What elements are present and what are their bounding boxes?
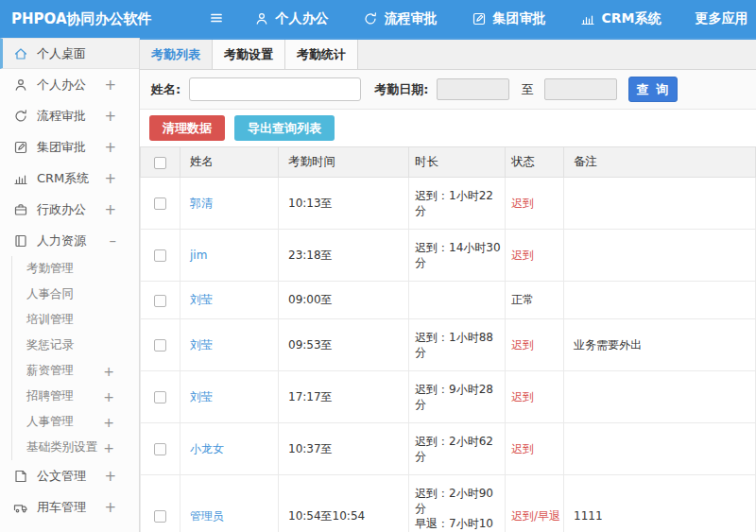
status-text: 迟到 [506, 178, 564, 230]
menu-toggle-button[interactable] [209, 10, 226, 27]
col-header-time: 考勤时间 [279, 147, 409, 178]
topbar: PHPOA协同办公软件 个人办公 流程审批 集团审批 CRM系统 更多应用 [0, 0, 756, 38]
topnav-personal-office[interactable]: 个人办公 [254, 10, 329, 27]
attendance-time: 09:00至 [279, 282, 409, 319]
duration-text: 迟到：1小时88分 [415, 330, 503, 360]
search-form: 姓名: 考勤日期: 至 查 询 [140, 70, 756, 110]
sidebar-item-document-management[interactable]: 公文管理 + [0, 460, 139, 491]
row-checkbox[interactable] [154, 443, 166, 455]
attendance-table: 姓名 考勤时间 时长 状态 备注 郭清 10:13至 迟到：1小时22分 迟到 [140, 146, 756, 532]
topnav-group-approval[interactable]: 集团审批 [472, 10, 546, 27]
clean-data-button[interactable]: 清理数据 [149, 115, 225, 141]
expand-plus-icon[interactable]: + [104, 499, 116, 516]
col-header-name: 姓名 [180, 147, 279, 178]
sidebar-subitem-label: 人事合同 [26, 286, 74, 302]
topnav-label: 流程审批 [385, 10, 438, 27]
row-checkbox[interactable] [154, 510, 166, 523]
topnav-more-apps[interactable]: 更多应用 [696, 10, 756, 27]
expand-plus-icon[interactable]: + [104, 108, 116, 125]
attendance-time: 10:13至 [279, 178, 409, 230]
note-text [564, 230, 756, 282]
expand-plus-icon[interactable]: + [103, 440, 114, 455]
sidebar-subitem-recruitment-management[interactable]: 招聘管理 + [12, 384, 139, 409]
employee-name-link[interactable]: 郭清 [190, 197, 213, 210]
sidebar-item-group-approval[interactable]: 集团审批 + [0, 131, 139, 163]
row-checkbox[interactable] [154, 197, 166, 210]
expand-plus-icon[interactable]: + [104, 170, 116, 187]
table-actions: 清理数据 导出查询列表 [140, 110, 756, 146]
expand-plus-icon[interactable]: + [104, 201, 116, 218]
select-all-checkbox[interactable] [154, 157, 166, 169]
date-from-input[interactable] [437, 78, 509, 100]
sidebar-item-personal-office[interactable]: 个人办公 + [0, 69, 139, 100]
employee-name-link[interactable]: 小龙女 [190, 442, 224, 455]
expand-plus-icon[interactable]: + [104, 139, 116, 156]
sidebar-subitem-hr-contract[interactable]: 人事合同 [12, 282, 139, 307]
employee-name-link[interactable]: 管理员 [190, 509, 224, 523]
col-header-note: 备注 [564, 147, 756, 178]
sidebar-item-admin-office[interactable]: 行政办公 + [0, 194, 139, 225]
topnav-label: 集团审批 [493, 10, 546, 27]
note-text [564, 371, 756, 423]
query-button[interactable]: 查 询 [628, 77, 678, 102]
status-text: 正常 [506, 282, 564, 319]
employee-name-link[interactable]: 刘莹 [190, 390, 213, 403]
sidebar-subitem-attendance-management[interactable]: 考勤管理 [12, 256, 139, 282]
col-header-duration: 时长 [409, 147, 506, 178]
attendance-time: 10:37至 [279, 423, 409, 475]
topnav-label: 更多应用 [696, 10, 748, 27]
expand-plus-icon[interactable]: + [104, 77, 116, 94]
briefcase-icon [13, 202, 28, 217]
expand-plus-icon[interactable]: + [103, 389, 114, 404]
employee-name-link[interactable]: 刘莹 [190, 338, 213, 352]
row-checkbox[interactable] [154, 249, 166, 262]
topnav-workflow-approval[interactable]: 流程审批 [363, 10, 438, 27]
status-text: 迟到 [506, 230, 564, 282]
collapse-minus-icon[interactable]: – [110, 232, 117, 249]
tab-attendance-settings[interactable]: 考勤设置 [213, 40, 285, 69]
tab-attendance-list[interactable]: 考勤列表 [140, 40, 213, 69]
row-checkbox[interactable] [154, 391, 166, 403]
sidebar-subitem-training-management[interactable]: 培训管理 [12, 307, 139, 333]
date-to-input[interactable] [544, 78, 617, 100]
note-text: 业务需要外出 [564, 319, 756, 371]
expand-plus-icon[interactable]: + [104, 468, 116, 485]
name-input[interactable] [189, 77, 361, 101]
attendance-time: 10:54至10:54 [279, 475, 409, 532]
topnav-crm-system[interactable]: CRM系统 [580, 10, 662, 27]
expand-plus-icon[interactable]: + [103, 364, 114, 379]
sidebar-item-human-resources[interactable]: 人力资源 – [0, 225, 139, 256]
edit-icon [13, 140, 28, 155]
hamburger-icon [209, 10, 226, 27]
tab-attendance-statistics[interactable]: 考勤统计 [285, 40, 358, 69]
attendance-time: 09:53至 [279, 319, 409, 371]
sidebar-subitem-label: 奖惩记录 [26, 337, 74, 353]
expand-plus-icon[interactable]: + [103, 415, 114, 430]
sidebar-subitem-label: 人事管理 [26, 414, 74, 430]
duration-text: 早退：7小时10分 [415, 516, 503, 532]
topnav-label: 个人办公 [276, 10, 329, 27]
person-icon [13, 77, 28, 93]
table-row: 刘莹 09:00至 正常 [141, 282, 756, 319]
sidebar-item-crm-system[interactable]: CRM系统 + [0, 163, 139, 194]
table-header-row: 姓名 考勤时间 时长 状态 备注 [141, 147, 756, 178]
sidebar-item-workflow-approval[interactable]: 流程审批 + [0, 100, 139, 131]
row-checkbox[interactable] [154, 295, 166, 307]
table-row: 郭清 10:13至 迟到：1小时22分 迟到 [141, 178, 756, 230]
sidebar-subitem-salary-management[interactable]: 薪资管理 + [12, 358, 139, 384]
export-list-button[interactable]: 导出查询列表 [234, 115, 335, 141]
sidebar-item-personal-desktop[interactable]: 个人桌面 [0, 38, 139, 69]
employee-name-link[interactable]: 刘莹 [190, 293, 213, 306]
sidebar-item-vehicle-management[interactable]: 用车管理 + [0, 491, 139, 523]
duration-text: 迟到：14小时30分 [415, 240, 503, 270]
table-row: 刘莹 17:17至 迟到：9小时28分 迟到 [141, 371, 756, 423]
sidebar-subitem-label: 基础类别设置 [26, 439, 97, 455]
flow-icon [13, 109, 28, 124]
sidebar-subitem-base-category-settings[interactable]: 基础类别设置 + [12, 435, 139, 460]
sidebar-subitem-reward-punishment[interactable]: 奖惩记录 [12, 333, 139, 358]
row-checkbox[interactable] [154, 339, 166, 352]
sidebar-subitem-personnel-management[interactable]: 人事管理 + [12, 409, 139, 435]
employee-name-link[interactable]: jim [190, 249, 207, 262]
note-text [564, 282, 756, 319]
note-text [564, 178, 756, 230]
